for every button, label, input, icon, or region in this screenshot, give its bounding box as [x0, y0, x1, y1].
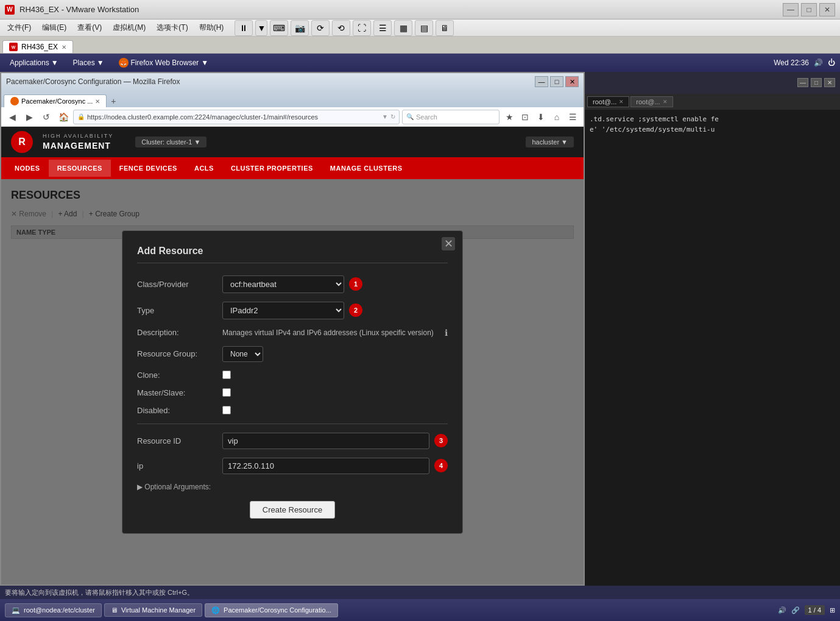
ff-url-refresh[interactable]: ↻: [390, 113, 395, 120]
disabled-checkbox[interactable]: [222, 406, 231, 414]
ff-url-dropdown[interactable]: ▼: [382, 113, 388, 120]
vm-tab-close[interactable]: ✕: [62, 44, 66, 51]
terminal-tabs: root@... ✕ root@... ✕: [585, 94, 840, 110]
menu-help[interactable]: 帮助(H): [194, 21, 229, 35]
ff-reload-btn[interactable]: ↺: [39, 110, 54, 124]
resource-id-row: Resource ID 3: [137, 433, 448, 449]
applications-menu[interactable]: Applications ▼: [5, 57, 63, 68]
places-menu[interactable]: Places ▼: [68, 57, 109, 68]
power-icon: ⏻: [828, 59, 835, 67]
terminal-icon: 💻: [12, 606, 20, 614]
firefox-close-btn[interactable]: ✕: [565, 76, 579, 87]
firefox-minimize-btn[interactable]: —: [535, 76, 548, 87]
fullscreen-btn[interactable]: ⛶: [353, 20, 371, 36]
terminal-content: .td.service ;systemctl enable fe e' '/et…: [585, 110, 840, 586]
vmware-maximize-btn[interactable]: □: [801, 3, 817, 16]
term-tab-2[interactable]: root@... ✕: [630, 96, 672, 107]
type-select[interactable]: IPaddr2: [222, 302, 344, 319]
ff-back-btn[interactable]: ◀: [5, 110, 19, 124]
master-slave-checkbox[interactable]: [222, 388, 231, 397]
clone-checkbox[interactable]: [222, 371, 231, 379]
browser-arrow: ▼: [201, 59, 208, 67]
hacluster-badge[interactable]: hacluster ▼: [526, 137, 574, 147]
vmware-close-btn[interactable]: ✕: [819, 3, 835, 16]
display-btn[interactable]: 🖥: [436, 20, 454, 36]
snapshot2-btn[interactable]: ⟳: [311, 20, 330, 36]
menu-edit[interactable]: 编辑(E): [37, 21, 71, 35]
class-provider-select[interactable]: ocf:heartbeat: [222, 275, 344, 293]
ff-bookmark-list[interactable]: ⊡: [518, 110, 532, 124]
firefox-tab-pacemaker[interactable]: Pacemaker/Corosync ... ✕: [4, 94, 107, 107]
menu-tabs[interactable]: 选项卡(T): [152, 21, 192, 35]
nav-fence-devices[interactable]: FENCE DEVICES: [111, 160, 186, 177]
resource-id-input[interactable]: [222, 433, 429, 449]
ff-menu[interactable]: ☰: [565, 110, 580, 124]
ff-home-btn[interactable]: 🏠: [56, 110, 71, 124]
resource-group-label: Resource Group:: [137, 349, 222, 358]
pacemaker-header: R HIGH AVAILABILITY MANAGEMENT Cluster: …: [1, 127, 584, 157]
resource-id-label: Resource ID: [137, 436, 222, 445]
step-badge-1: 1: [349, 277, 362, 291]
right-close-btn[interactable]: ✕: [824, 78, 835, 87]
desktop-area: Pacemaker/Corosync Configuration — Mozil…: [0, 72, 840, 586]
right-maximize-btn[interactable]: □: [811, 78, 822, 87]
optional-args-toggle[interactable]: ▶ Optional Arguments:: [137, 483, 448, 491]
ff-bookmark-star[interactable]: ★: [502, 110, 517, 124]
nav-resources[interactable]: RESOURCES: [49, 160, 111, 177]
toolbar-extra[interactable]: ▼: [255, 20, 267, 36]
snapshot3-btn[interactable]: ⟲: [332, 20, 350, 36]
ff-toolbar-icons: ★ ⊡ ⬇ ⌂ ☰: [502, 110, 580, 124]
cluster-badge[interactable]: Cluster: cluster-1 ▼: [135, 137, 206, 147]
firefox-window: Pacemaker/Corosync Configuration — Mozil…: [0, 72, 585, 586]
term-tab-1-close[interactable]: ✕: [619, 99, 624, 105]
create-resource-btn[interactable]: Create Resource: [250, 501, 335, 519]
term-tab-2-close[interactable]: ✕: [663, 99, 668, 105]
vmware-minimize-btn[interactable]: —: [783, 3, 799, 16]
taskbar-terminal[interactable]: 💻 root@nodea:/etc/cluster: [5, 603, 102, 617]
firefox-maximize-btn[interactable]: □: [550, 76, 563, 87]
ip-row: ip 4: [137, 458, 448, 474]
volume-icon: 🔊: [814, 59, 823, 67]
ff-download[interactable]: ⬇: [534, 110, 548, 124]
taskbar-vmm[interactable]: 🖥 Virtual Machine Manager: [104, 603, 202, 617]
vm-tab-rh436[interactable]: W RH436_EX ✕: [2, 40, 73, 53]
places-arrow: ▼: [97, 59, 104, 67]
pacemaker-title-top: HIGH AVAILABILITY: [43, 133, 113, 140]
view-btn[interactable]: ▦: [394, 20, 412, 36]
ff-tab-add-btn[interactable]: +: [107, 95, 120, 107]
nav-acls[interactable]: ACLS: [186, 160, 222, 177]
send-ctrlaltdel-btn[interactable]: ⌨: [270, 20, 288, 36]
modal-title: Add Resource: [137, 246, 448, 263]
ff-search-bar[interactable]: 🔍 Search: [402, 110, 499, 124]
nav-manage-clusters[interactable]: MANAGE CLUSTERS: [322, 160, 411, 177]
pause-btn[interactable]: ⏸: [235, 20, 253, 36]
master-slave-label: Master/Slave:: [137, 388, 222, 397]
search-icon: 🔍: [406, 113, 414, 120]
resource-group-control: None: [222, 346, 448, 362]
ff-urlbar[interactable]: 🔒 https://nodea.cluster0.example.com:222…: [73, 110, 400, 124]
right-minimize-btn[interactable]: —: [797, 78, 808, 87]
pacemaker-title: HIGH AVAILABILITY MANAGEMENT: [43, 133, 113, 151]
ff-tab-close[interactable]: ✕: [95, 98, 100, 105]
info-icon[interactable]: ℹ: [445, 328, 448, 338]
taskbar-firefox[interactable]: 🌐 Pacemaker/Corosync Configuratio...: [205, 603, 338, 617]
class-provider-row: Class/Provider ocf:heartbeat 1: [137, 275, 448, 293]
status-text: 要将输入定向到该虚拟机，请将鼠标指针移入其中或按 Ctrl+G。: [5, 588, 194, 597]
resource-group-select[interactable]: None: [222, 346, 263, 362]
menu-file[interactable]: 文件(F): [2, 21, 36, 35]
nav-cluster-properties[interactable]: CLUSTER PROPERTIES: [222, 160, 322, 177]
menu-vm[interactable]: 虚拟机(M): [108, 21, 150, 35]
form-divider: [137, 424, 448, 424]
description-label: Description:: [137, 328, 222, 337]
menu-view[interactable]: 查看(V): [72, 21, 107, 35]
ff-forward-btn[interactable]: ▶: [22, 110, 37, 124]
ff-home2[interactable]: ⌂: [549, 110, 564, 124]
ip-input[interactable]: [222, 458, 429, 474]
unity-btn[interactable]: ☰: [373, 20, 392, 36]
term-tab-1[interactable]: root@... ✕: [587, 96, 629, 107]
modal-close-btn[interactable]: ✕: [442, 237, 455, 250]
firefox-launcher[interactable]: 🦊 Firefox Web Browser ▼: [114, 57, 214, 69]
view2-btn[interactable]: ▤: [415, 20, 433, 36]
snapshot-btn[interactable]: 📷: [291, 20, 309, 36]
nav-nodes[interactable]: NODES: [6, 160, 49, 177]
